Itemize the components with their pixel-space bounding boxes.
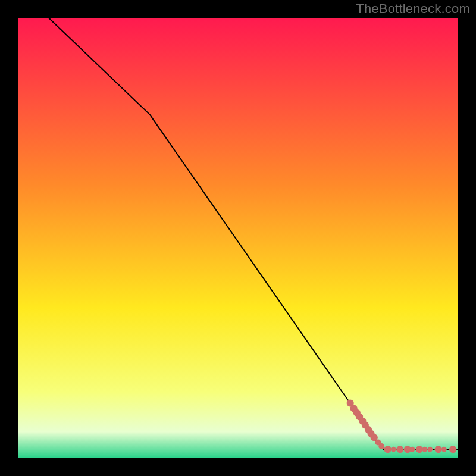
marker-dot <box>416 446 423 453</box>
marker-dot <box>435 446 442 453</box>
marker-dot <box>384 446 392 453</box>
marker-dot <box>378 443 384 449</box>
marker-dot <box>396 446 403 453</box>
chart-svg <box>0 0 476 476</box>
marker-dot <box>427 447 433 452</box>
marker-dot <box>441 447 447 452</box>
chart-container: TheBottleneck.com <box>0 0 476 476</box>
marker-dot <box>422 447 427 452</box>
marker-dot <box>391 447 396 452</box>
watermark-text: TheBottleneck.com <box>356 1 470 17</box>
marker-dot <box>449 446 456 453</box>
plot-area <box>18 18 458 458</box>
marker-dot <box>410 447 415 452</box>
